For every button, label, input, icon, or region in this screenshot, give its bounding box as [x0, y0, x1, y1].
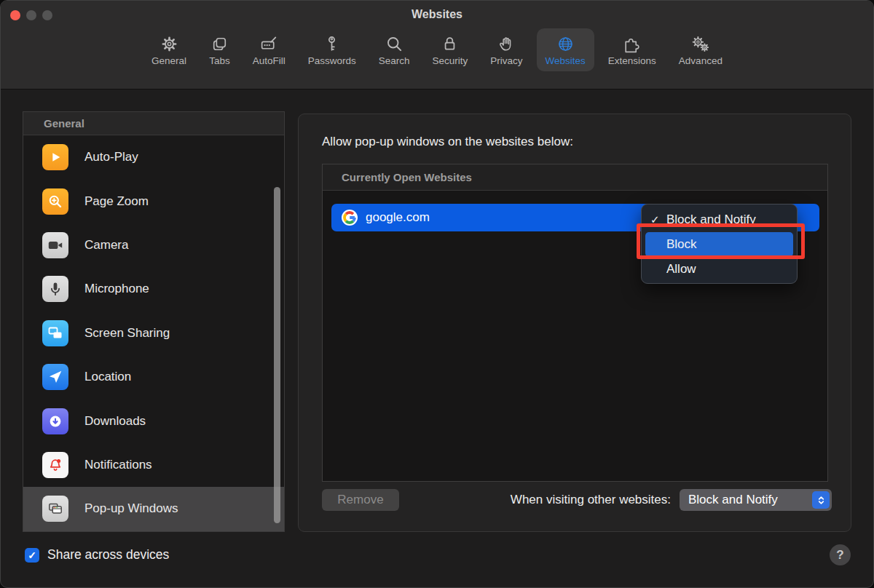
sidebar-item-label: Pop-up Windows: [84, 501, 178, 516]
share-checkbox[interactable]: ✓: [25, 548, 39, 563]
tab-label: Search: [379, 55, 410, 66]
popup-value: Block and Notify: [688, 493, 778, 507]
checkmark-icon: ✓: [28, 549, 36, 561]
sidebar-item-downloads[interactable]: Downloads: [23, 399, 284, 442]
tab-search[interactable]: Search: [370, 28, 419, 71]
tab-general[interactable]: General: [143, 28, 195, 71]
sidebar-item-label: Downloads: [84, 414, 146, 429]
tab-label: Passwords: [308, 55, 356, 66]
sidebar-section-header: General: [23, 112, 284, 135]
tab-autofill[interactable]: AutoFill: [244, 28, 294, 71]
tab-passwords[interactable]: Passwords: [299, 28, 365, 71]
tab-label: Extensions: [608, 55, 656, 66]
gear-icon: [160, 34, 179, 54]
sidebar-item-location[interactable]: Location: [23, 355, 284, 399]
sidebar-item-pop-up-windows[interactable]: Pop-up Windows: [23, 487, 284, 531]
stepper-chevrons-icon: [812, 491, 830, 509]
pop-up-windows-icon: [42, 496, 68, 522]
safari-preferences-window: Websites General Tabs: [0, 0, 874, 588]
tab-label: Privacy: [490, 55, 522, 66]
websites-sidebar: General Auto-Play Page Zoom Camera Micro…: [23, 111, 285, 532]
sidebar-scrollbar[interactable]: [274, 187, 280, 523]
sidebar-item-label: Auto-Play: [84, 150, 138, 164]
page-zoom-icon: [42, 188, 68, 215]
sidebar-item-label: Page Zoom: [84, 194, 149, 209]
puzzle-icon: [622, 34, 642, 54]
microphone-icon: [42, 276, 68, 302]
sidebar-item-auto-play[interactable]: Auto-Play: [23, 135, 284, 179]
preferences-tab-strip: General Tabs AutoFill: [1, 28, 873, 71]
gears-icon: [690, 34, 710, 54]
tab-label: AutoFill: [253, 55, 286, 66]
when-visiting-popup-button[interactable]: Block and Notify: [680, 489, 832, 511]
hand-icon: [497, 34, 516, 54]
sidebar-item-label: Location: [84, 370, 131, 384]
websites-list-header: Currently Open Websites: [323, 164, 827, 191]
sidebar-item-screen-sharing[interactable]: Screen Sharing: [23, 311, 284, 355]
sidebar-item-page-zoom[interactable]: Page Zoom: [23, 179, 284, 223]
key-icon: [322, 34, 342, 54]
tab-label: General: [151, 55, 186, 66]
website-row-label: google.com: [366, 210, 430, 225]
popup-windows-pane: Allow pop-up windows on the websites bel…: [298, 114, 851, 532]
sidebar-item-camera[interactable]: Camera: [23, 223, 284, 267]
tab-label: Security: [432, 55, 468, 66]
camera-icon: [42, 232, 68, 258]
menu-item-label: Allow: [666, 262, 696, 277]
autofill-icon: [259, 34, 279, 54]
when-visiting-label: When visiting other websites:: [299, 493, 671, 507]
tab-extensions[interactable]: Extensions: [599, 28, 665, 71]
sidebar-item-notifications[interactable]: Notifications: [23, 443, 284, 487]
help-button[interactable]: ?: [830, 544, 851, 565]
titlebar-toolbar: Websites General Tabs: [1, 1, 873, 90]
location-icon: [42, 364, 68, 390]
pane-heading: Allow pop-up windows on the websites bel…: [322, 135, 573, 149]
share-label: Share across devices: [47, 547, 169, 563]
tab-privacy[interactable]: Privacy: [481, 28, 531, 71]
tabs-icon: [210, 34, 229, 54]
share-across-devices-row: ✓ Share across devices: [25, 547, 169, 563]
tab-advanced[interactable]: Advanced: [670, 28, 731, 71]
menu-item-allow[interactable]: Allow: [642, 257, 797, 282]
downloads-icon: [42, 408, 68, 434]
globe-icon: [556, 34, 575, 54]
sidebar-item-label: Screen Sharing: [84, 326, 170, 341]
tab-security[interactable]: Security: [423, 28, 476, 71]
sidebar-item-label: Camera: [84, 238, 128, 253]
tab-websites[interactable]: Websites: [537, 28, 594, 71]
lock-icon: [440, 34, 460, 54]
sidebar-item-label: Notifications: [84, 458, 152, 472]
tab-label: Websites: [546, 55, 586, 66]
search-icon: [385, 34, 404, 54]
tab-label: Advanced: [679, 55, 723, 66]
notifications-icon: [42, 452, 68, 478]
google-favicon-icon: [341, 209, 358, 226]
tab-label: Tabs: [209, 55, 230, 66]
tab-tabs[interactable]: Tabs: [200, 28, 239, 71]
auto-play-icon: [42, 144, 68, 170]
annotation-highlight-box: [637, 223, 805, 259]
sidebar-item-microphone[interactable]: Microphone: [23, 267, 284, 311]
window-title: Websites: [1, 8, 873, 21]
sidebar-item-label: Microphone: [84, 282, 149, 296]
screen-sharing-icon: [42, 320, 68, 346]
